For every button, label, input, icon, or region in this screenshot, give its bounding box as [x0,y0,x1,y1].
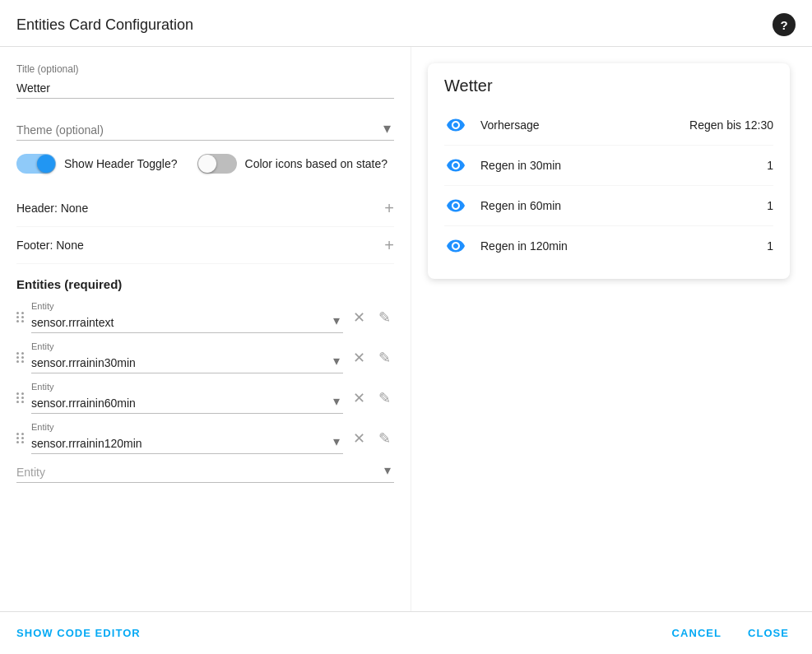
preview-item-value: Regen bis 12:30 [689,118,773,132]
header-section-row: Header: None + [16,190,394,227]
entity-remove-button[interactable]: ✕ [350,386,369,410]
entity-edit-button[interactable]: ✎ [375,305,394,330]
preview-item: Vorhersage Regen bis 12:30 [444,105,773,146]
preview-item: Regen in 30min 1 [444,146,773,186]
footer-actions: CANCEL CLOSE [666,624,796,642]
color-icons-toggle-item: Color icons based on state? [197,154,388,174]
preview-item-name: Regen in 60min [480,199,754,212]
preview-item-value: 1 [767,159,773,172]
drag-handle-icon[interactable] [16,392,25,403]
entity-remove-button[interactable]: ✕ [350,305,369,330]
show-header-toggle[interactable] [16,154,56,174]
drag-handle-icon[interactable] [16,312,25,322]
close-button[interactable]: CLOSE [741,624,796,642]
entities-section-title: Entities (required) [16,277,394,291]
title-field-group: Title (optional) [16,63,394,99]
eye-icon [444,114,467,137]
preview-item-value: 1 [767,199,773,212]
entity-select[interactable]: sensor.rrraintext [31,313,343,333]
preview-card: Wetter Vorhersage Regen bis 12:30 [428,63,790,279]
preview-item-name: Regen in 120min [480,239,754,253]
eye-icon [444,154,467,177]
footer-section-row: Footer: None + [16,227,394,264]
footer-section-label: Footer: None [16,239,84,252]
show-header-toggle-item: Show Header Toggle? [16,154,178,174]
preview-item-value: 1 [767,239,773,253]
entity-row: Entity sensor.rrrainin120min ▾ ✕ ✎ [16,422,394,454]
entity-select[interactable]: sensor.rrrainin30min [31,353,343,373]
theme-select[interactable]: Theme (optional) [16,115,394,141]
entity-row: Entity sensor.rrrainin30min ▾ ✕ ✎ [16,341,394,373]
preview-item-name: Regen in 30min [480,159,754,172]
entity-select-wrapper: Entity sensor.rrrainin30min ▾ [31,341,343,373]
entity-remove-button[interactable]: ✕ [350,346,369,370]
footer-add-icon[interactable]: + [384,237,394,253]
entity-select[interactable]: sensor.rrrainin120min [31,434,343,454]
dialog-header: Entities Card Configuration ? [0,0,812,47]
empty-entity-row: Entity ▾ [16,462,394,483]
show-header-label: Show Header Toggle? [64,157,178,170]
empty-entity-select[interactable]: Entity [16,462,394,483]
color-icons-toggle[interactable] [197,154,237,174]
color-icons-label: Color icons based on state? [245,157,388,170]
entity-select-wrapper: Entity sensor.rrrainin60min ▾ [31,382,343,414]
header-section-label: Header: None [16,202,88,215]
entity-select-wrapper: Entity ▾ [16,462,394,483]
entity-label: Entity [31,422,343,432]
entity-select-wrapper: Entity sensor.rrraintext ▾ [31,301,343,333]
entity-remove-button[interactable]: ✕ [350,426,369,451]
eye-icon [444,194,467,217]
help-icon[interactable]: ? [773,13,796,36]
show-header-knob [37,155,55,173]
title-label: Title (optional) [16,63,394,75]
drag-handle-icon[interactable] [16,352,25,363]
title-input[interactable] [16,78,394,99]
entity-row: Entity sensor.rrraintext ▾ ✕ ✎ [16,301,394,333]
drag-handle-icon[interactable] [16,433,25,443]
entity-label: Entity [31,301,343,311]
cancel-button[interactable]: CANCEL [666,624,728,642]
preview-item: Regen in 60min 1 [444,186,773,226]
show-code-editor-button[interactable]: SHOW CODE EDITOR [16,627,141,639]
entity-select[interactable]: sensor.rrrainin60min [31,393,343,414]
main-content: Title (optional) Theme (optional) ▾ Show… [0,47,812,611]
preview-item: Regen in 120min 1 [444,226,773,266]
theme-select-wrapper: Theme (optional) ▾ [16,115,394,141]
preview-card-title: Wetter [444,77,773,95]
dialog-title: Entities Card Configuration [16,16,193,34]
entity-edit-button[interactable]: ✎ [375,426,394,451]
toggles-row: Show Header Toggle? Color icons based on… [16,154,394,174]
color-icons-knob [198,155,216,173]
eye-icon [444,234,467,257]
preview-item-name: Vorhersage [480,118,676,132]
entity-label: Entity [31,382,343,392]
entity-row: Entity sensor.rrrainin60min ▾ ✕ ✎ [16,382,394,414]
dialog-footer: SHOW CODE EDITOR CANCEL CLOSE [0,611,812,654]
entity-edit-button[interactable]: ✎ [375,386,394,410]
entity-label: Entity [31,341,343,351]
config-panel: Title (optional) Theme (optional) ▾ Show… [0,47,411,611]
entity-edit-button[interactable]: ✎ [375,346,394,370]
header-add-icon[interactable]: + [384,200,394,216]
preview-panel: Wetter Vorhersage Regen bis 12:30 [411,47,812,611]
entity-list: Entity sensor.rrraintext ▾ ✕ ✎ Entity [16,301,394,454]
entity-select-wrapper: Entity sensor.rrrainin120min ▾ [31,422,343,454]
